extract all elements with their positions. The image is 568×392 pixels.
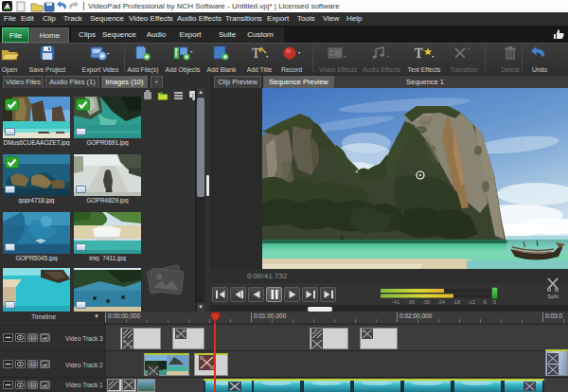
svg-text:T: T [252,46,260,61]
svg-text:0:00:00,000: 0:00:00,000 [108,312,141,319]
svg-text:-36: -36 [407,299,415,304]
svg-text:-41: -41 [392,299,399,304]
svg-text:0:03:0: 0:03:0 [545,312,562,319]
svg-text:0:01:00,000: 0:01:00,000 [254,312,287,319]
svg-text:-24: -24 [437,299,445,304]
svg-text:T: T [415,46,423,61]
svg-text:-6: -6 [482,299,487,304]
svg-text:-12: -12 [468,299,475,304]
svg-text:-18: -18 [453,299,460,304]
svg-text:-30: -30 [422,299,430,304]
svg-text:0:02:00,000: 0:02:00,000 [399,312,433,319]
svg-text:0: 0 [493,299,496,304]
